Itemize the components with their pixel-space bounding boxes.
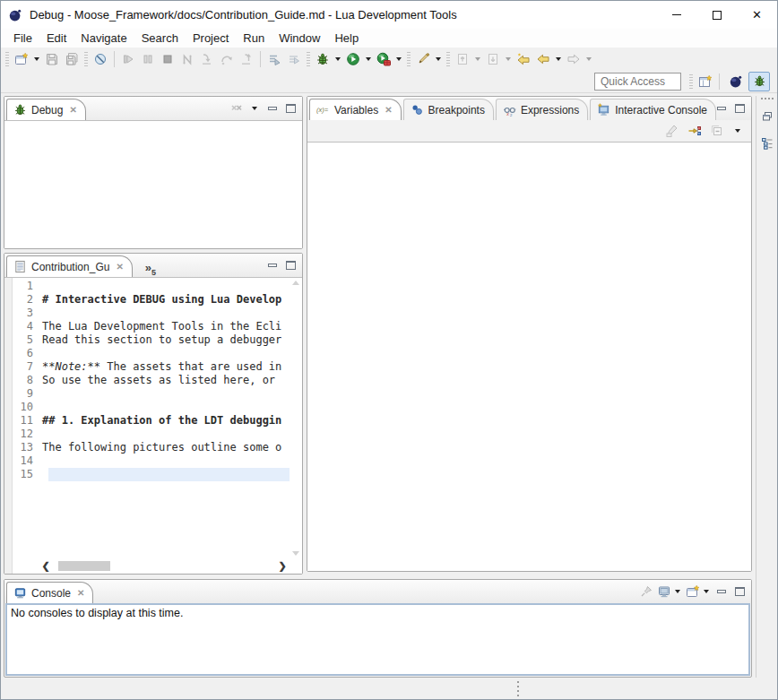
menu-search[interactable]: Search xyxy=(134,30,186,47)
outline-view-button[interactable] xyxy=(757,134,777,153)
collapse-all-button[interactable] xyxy=(707,121,727,141)
editor-line[interactable]: 4The Lua Development Tools in the Ecli xyxy=(13,320,290,333)
tab-contribution-guide[interactable]: Contribution_Gu ✕ xyxy=(6,255,133,277)
menu-window[interactable]: Window xyxy=(272,30,327,47)
close-tab-icon[interactable]: ✕ xyxy=(69,105,76,115)
perspective-debug[interactable] xyxy=(748,72,770,91)
pin-console-button[interactable] xyxy=(638,583,654,600)
editor-line[interactable]: 1 xyxy=(13,280,290,293)
close-tab-icon[interactable]: ✕ xyxy=(77,588,84,598)
open-perspective-button[interactable] xyxy=(696,72,715,91)
editor-line[interactable]: 10 xyxy=(13,401,290,414)
scroll-down-arrow-icon[interactable] xyxy=(292,551,299,556)
resume-button[interactable] xyxy=(118,49,138,69)
last-edit-location-button[interactable] xyxy=(514,49,533,69)
status-trim-drag-handle[interactable] xyxy=(517,681,519,696)
editor-line[interactable]: 13The following pictures outline some o xyxy=(13,441,290,454)
editor-line[interactable]: 7**Note:** The assets that are used in xyxy=(13,360,290,374)
display-console-dropdown[interactable] xyxy=(675,590,680,593)
hscroll-right-arrow[interactable]: ❯ xyxy=(277,560,288,572)
use-step-filters-button[interactable] xyxy=(264,49,284,69)
run-external-tools-button[interactable] xyxy=(374,49,393,69)
editor-line[interactable]: 6 xyxy=(13,347,290,360)
tab-interactive-console[interactable]: Interactive Console xyxy=(590,99,716,120)
open-task-dropdown[interactable] xyxy=(436,57,441,61)
tab-expressions[interactable]: x2 Expressions xyxy=(496,99,588,120)
editor-line[interactable]: 12 xyxy=(13,428,290,441)
tab-breakpoints[interactable]: Breakpoints xyxy=(403,99,494,120)
editor-line[interactable]: 9 xyxy=(13,387,290,401)
quick-access-input[interactable] xyxy=(594,73,681,91)
tab-console[interactable]: Console ✕ xyxy=(6,582,93,603)
console-content[interactable]: No consoles to display at this time. xyxy=(5,603,750,676)
restore-views-button[interactable] xyxy=(757,107,777,126)
debug-view-content[interactable] xyxy=(4,120,302,248)
strip-drag-handle[interactable] xyxy=(761,98,774,99)
console-minimize-button[interactable] xyxy=(713,583,730,600)
debug-button[interactable] xyxy=(313,49,333,69)
menu-file[interactable]: File xyxy=(6,30,39,47)
next-annotation-dropdown[interactable] xyxy=(506,57,511,61)
code-area[interactable]: 1 2# Interactive DEBUG using Lua Develop… xyxy=(13,278,302,574)
editor-line[interactable]: 14 xyxy=(13,454,290,468)
toolbar-drag-handle[interactable] xyxy=(407,52,411,66)
toolbar-drag-handle[interactable] xyxy=(689,74,693,89)
perspective-lua-development[interactable] xyxy=(725,72,747,91)
debug-maximize-button[interactable] xyxy=(282,100,298,117)
variables-minimize-button[interactable] xyxy=(713,100,730,117)
toolbar-drag-handle[interactable] xyxy=(307,52,310,66)
variables-view-content[interactable] xyxy=(307,142,751,571)
menu-help[interactable]: Help xyxy=(327,30,366,47)
editor-line[interactable]: 8So use the assets as listed here, or xyxy=(13,374,290,387)
open-console-dropdown[interactable] xyxy=(704,590,709,593)
step-return-button[interactable] xyxy=(237,49,256,69)
close-tab-icon[interactable]: ✕ xyxy=(116,262,123,272)
remove-all-terminated-button[interactable] xyxy=(229,100,245,117)
forward-dropdown[interactable] xyxy=(586,57,592,61)
pause-button[interactable] xyxy=(138,49,158,69)
toolbar-drag-handle[interactable] xyxy=(446,52,450,66)
save-all-button[interactable] xyxy=(62,49,82,69)
new-wizard-dropdown[interactable] xyxy=(34,57,39,61)
back-button[interactable] xyxy=(533,49,553,69)
show-type-names-button[interactable] xyxy=(662,121,682,141)
close-tab-icon[interactable]: ✕ xyxy=(385,105,392,115)
tab-debug[interactable]: Debug ✕ xyxy=(6,99,86,120)
window-maximize-button[interactable] xyxy=(696,1,737,29)
window-close-button[interactable]: ✕ xyxy=(737,1,777,29)
horizontal-scrollbar[interactable]: ❮ ❯ xyxy=(40,559,288,573)
scroll-up-arrow-icon[interactable] xyxy=(292,281,299,285)
variables-maximize-button[interactable] xyxy=(731,100,748,117)
hscroll-track[interactable] xyxy=(51,559,277,573)
step-into-button[interactable] xyxy=(197,49,217,69)
back-dropdown[interactable] xyxy=(556,57,561,61)
display-selected-console-button[interactable] xyxy=(656,583,672,600)
disconnect-button[interactable] xyxy=(177,49,197,69)
open-task-button[interactable] xyxy=(413,49,433,69)
editor-line[interactable]: 5Read this section to setup a debugger xyxy=(13,333,290,347)
toolbar-drag-handle[interactable] xyxy=(84,52,88,66)
step-over-button[interactable] xyxy=(217,49,237,69)
tab-variables[interactable]: (x)= Variables ✕ xyxy=(309,99,402,120)
editor-content[interactable]: 1 2# Interactive DEBUG using Lua Develop… xyxy=(4,277,302,574)
editor-line[interactable]: 2# Interactive DEBUG using Lua Develop xyxy=(13,293,290,307)
editor-minimize-button[interactable] xyxy=(264,257,281,273)
annotation-ruler[interactable] xyxy=(4,278,13,574)
console-maximize-button[interactable] xyxy=(731,583,748,600)
editor-line[interactable]: 11## 1. Explanation of the LDT debuggin xyxy=(13,414,290,428)
variables-view-menu-button[interactable] xyxy=(730,123,746,139)
editor-maximize-button[interactable] xyxy=(282,257,298,273)
previous-annotation-button[interactable] xyxy=(453,49,472,69)
editor-line[interactable]: 3 xyxy=(13,307,290,320)
previous-annotation-dropdown[interactable] xyxy=(475,57,480,61)
new-wizard-button[interactable] xyxy=(12,49,31,69)
menu-project[interactable]: Project xyxy=(186,30,236,47)
menu-navigate[interactable]: Navigate xyxy=(73,30,134,47)
hscroll-thumb[interactable] xyxy=(58,561,110,571)
open-console-button[interactable] xyxy=(685,583,701,600)
toolbar-drag-handle[interactable] xyxy=(5,52,9,66)
show-logical-structure-button[interactable] xyxy=(685,121,705,141)
debug-view-menu-button[interactable] xyxy=(246,100,263,117)
next-annotation-button[interactable] xyxy=(483,49,503,69)
toggle-step-filters-button[interactable] xyxy=(284,49,304,69)
